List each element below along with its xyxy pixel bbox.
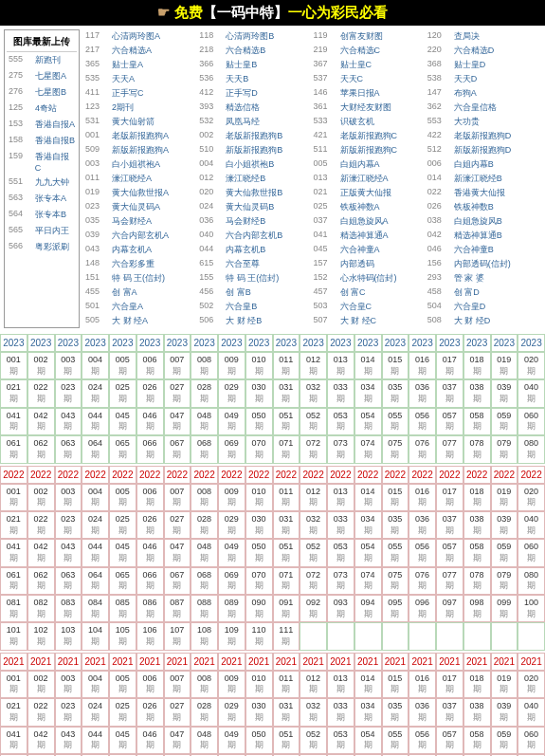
period-cell[interactable]: 009期 [218, 671, 245, 698]
period-cell[interactable]: 074期 [354, 435, 382, 463]
link-cell[interactable]: 362六合皇信格 [427, 101, 541, 114]
period-cell[interactable]: 017期 [436, 671, 463, 698]
period-cell[interactable]: 059期 [491, 539, 518, 566]
period-cell[interactable]: 049期 [218, 727, 245, 754]
link-cell[interactable]: 293管 家 婆 [427, 272, 541, 285]
period-cell[interactable]: 002期 [27, 671, 55, 698]
period-cell[interactable]: 022期 [27, 511, 55, 539]
link-cell[interactable]: 536天天B [199, 73, 313, 85]
period-cell[interactable]: 056期 [409, 408, 436, 435]
period-cell[interactable]: 067期 [164, 567, 191, 595]
period-cell[interactable]: 024期 [82, 379, 109, 407]
period-cell[interactable]: 005期 [109, 484, 136, 511]
period-cell[interactable]: 066期 [136, 435, 164, 463]
link-cell[interactable]: 006白姐内幕B [427, 158, 541, 171]
sidebar-item[interactable]: 1254奇站 [7, 101, 77, 117]
period-cell[interactable]: 058期 [463, 539, 491, 566]
sidebar-item[interactable]: 275七星图A [7, 68, 77, 84]
period-cell[interactable]: 015期 [382, 671, 409, 698]
period-cell[interactable]: 076期 [409, 435, 436, 463]
period-cell[interactable]: 026期 [136, 511, 164, 539]
period-cell[interactable]: 109期 [218, 622, 245, 650]
link-cell[interactable]: 367贴士皇C [314, 59, 427, 71]
period-cell[interactable]: 053期 [327, 408, 354, 435]
period-cell[interactable]: 047期 [164, 408, 191, 435]
period-cell[interactable]: 034期 [354, 698, 382, 726]
period-cell[interactable]: 021期 [0, 511, 27, 539]
period-cell[interactable]: 002期 [27, 352, 55, 379]
sidebar-item[interactable]: 159香港自报C [7, 149, 77, 175]
period-cell[interactable]: 052期 [300, 727, 327, 754]
period-cell[interactable]: 030期 [245, 379, 273, 407]
link-cell[interactable]: 152心水特码(信封) [314, 272, 427, 285]
period-cell[interactable]: 071期 [273, 567, 300, 595]
link-cell[interactable]: 368贴士皇D [427, 59, 541, 71]
period-cell[interactable]: 061期 [0, 435, 27, 463]
period-cell[interactable]: 076期 [409, 567, 436, 595]
period-cell[interactable]: 053期 [327, 539, 354, 566]
sidebar-item[interactable]: 555新跑刊 [7, 52, 77, 68]
period-cell[interactable]: 041期 [0, 727, 27, 754]
period-cell[interactable]: 045期 [109, 727, 136, 754]
period-cell[interactable]: 015期 [382, 352, 409, 379]
link-cell[interactable]: 505大 财 经A [85, 315, 199, 327]
period-cell[interactable]: 094期 [354, 595, 382, 622]
link-cell[interactable]: 036马会财经B [199, 215, 313, 228]
period-cell[interactable]: 009期 [218, 352, 245, 379]
period-cell[interactable]: 071期 [273, 435, 300, 463]
period-cell[interactable]: 044期 [82, 727, 109, 754]
period-cell[interactable]: 001期 [0, 352, 27, 379]
period-cell[interactable]: 001期 [0, 671, 27, 698]
period-cell[interactable]: 017期 [436, 484, 463, 511]
period-cell[interactable]: 039期 [491, 379, 518, 407]
period-cell[interactable]: 007期 [164, 352, 191, 379]
period-cell[interactable]: 029期 [218, 698, 245, 726]
period-cell[interactable]: 046期 [136, 408, 164, 435]
period-cell[interactable]: 046期 [136, 539, 164, 566]
period-cell[interactable]: 100期 [518, 595, 545, 622]
link-cell[interactable]: 024黄大仙灵码B [199, 201, 313, 213]
period-cell[interactable]: 012期 [300, 484, 327, 511]
period-cell[interactable]: 059期 [491, 408, 518, 435]
period-cell[interactable]: 079期 [491, 567, 518, 595]
period-cell[interactable]: 003期 [55, 352, 82, 379]
link-cell[interactable]: 365贴士皇A [85, 59, 199, 71]
period-cell[interactable]: 036期 [409, 379, 436, 407]
period-cell[interactable]: 055期 [382, 539, 409, 566]
period-cell[interactable]: 029期 [218, 379, 245, 407]
period-cell[interactable]: 093期 [327, 595, 354, 622]
period-cell[interactable]: 105期 [109, 622, 136, 650]
period-cell[interactable]: 056期 [409, 727, 436, 754]
period-cell[interactable]: 007期 [164, 671, 191, 698]
period-cell[interactable]: 028期 [191, 379, 218, 407]
period-cell[interactable]: 056期 [409, 539, 436, 566]
link-cell[interactable]: 011濠江晓经A [85, 173, 199, 185]
period-cell[interactable]: 023期 [55, 511, 82, 539]
period-cell[interactable]: 070期 [245, 435, 273, 463]
period-cell[interactable]: 103期 [55, 622, 82, 650]
sidebar-item[interactable]: 563张专本A [7, 191, 77, 207]
period-cell[interactable]: 016期 [409, 352, 436, 379]
period-cell[interactable]: 020期 [518, 352, 545, 379]
period-cell[interactable]: 077期 [436, 435, 463, 463]
sidebar-item[interactable]: 551九九大钟 [7, 175, 77, 191]
link-cell[interactable]: 366贴士皇B [199, 59, 313, 71]
period-cell[interactable]: 052期 [300, 408, 327, 435]
period-cell[interactable]: 011期 [273, 671, 300, 698]
link-cell[interactable]: 151特 码 王(信封) [85, 272, 199, 285]
period-cell[interactable]: 027期 [164, 698, 191, 726]
period-cell[interactable]: 057期 [436, 539, 463, 566]
period-cell[interactable]: 048期 [191, 408, 218, 435]
period-cell[interactable]: 050期 [245, 539, 273, 566]
period-cell[interactable]: 010期 [245, 352, 273, 379]
period-cell[interactable]: 031期 [273, 379, 300, 407]
period-cell[interactable]: 035期 [382, 379, 409, 407]
period-cell[interactable]: 065期 [109, 435, 136, 463]
period-cell[interactable]: 043期 [55, 727, 82, 754]
period-cell[interactable]: 028期 [191, 698, 218, 726]
period-cell[interactable]: 017期 [436, 352, 463, 379]
period-cell[interactable]: 003期 [55, 484, 82, 511]
period-cell[interactable]: 050期 [245, 408, 273, 435]
period-cell[interactable]: 048期 [191, 727, 218, 754]
period-cell[interactable]: 088期 [191, 595, 218, 622]
